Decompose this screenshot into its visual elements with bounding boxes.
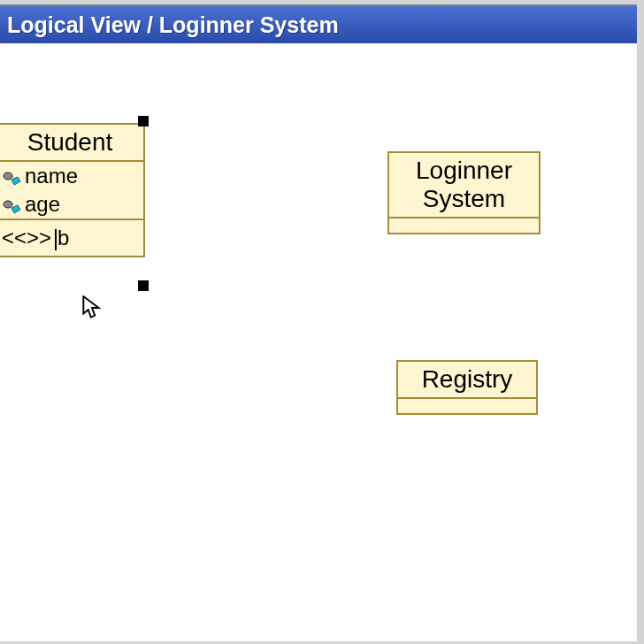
class-student[interactable]: Student name age <box>0 123 145 257</box>
attribute-row[interactable]: age <box>0 190 143 218</box>
attribute-icon <box>2 196 21 212</box>
class-loginner-name-line2: System <box>398 185 530 213</box>
class-loginner-system[interactable]: Loginner System <box>387 151 540 234</box>
class-student-name[interactable]: Student <box>0 125 143 162</box>
svg-marker-1 <box>12 177 20 185</box>
class-registry[interactable]: Registry <box>396 360 538 415</box>
mouse-cursor-icon <box>81 295 103 320</box>
class-registry-attributes <box>398 399 536 413</box>
class-student-methods: <<>> b <box>0 220 143 256</box>
class-loginner-name[interactable]: Loginner System <box>389 153 539 218</box>
attribute-label: age <box>25 192 60 217</box>
selection-handle-ne[interactable] <box>138 116 149 126</box>
class-student-attributes: name age <box>0 162 143 220</box>
class-registry-name[interactable]: Registry <box>398 362 536 399</box>
method-name-input[interactable]: b <box>55 226 69 250</box>
class-loginner-attributes <box>389 218 539 233</box>
method-edit-text: b <box>58 226 69 249</box>
selection-handle-se[interactable] <box>138 280 149 291</box>
stereotype-brackets: <<>> <box>2 226 51 250</box>
window-title: Logical View / Loginner System <box>7 12 339 38</box>
svg-marker-3 <box>12 205 20 213</box>
attribute-label: name <box>25 164 78 188</box>
svg-point-2 <box>4 201 12 208</box>
attribute-icon <box>2 168 21 184</box>
diagram-canvas[interactable]: Student name age <box>0 43 637 641</box>
svg-point-0 <box>4 172 12 180</box>
method-row-editing[interactable]: <<>> b <box>0 220 143 256</box>
attribute-row[interactable]: name <box>0 162 143 190</box>
title-bar: Logical View / Loginner System <box>0 6 637 43</box>
class-loginner-name-line1: Loginner <box>398 157 530 185</box>
caret-marker <box>55 229 57 250</box>
